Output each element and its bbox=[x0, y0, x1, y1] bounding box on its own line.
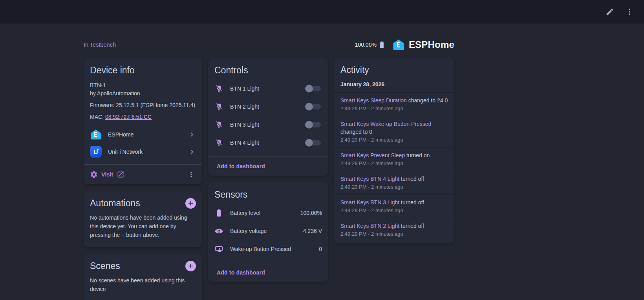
app-row-label: UniFi Network bbox=[108, 149, 182, 155]
sensor-row: Battery voltage 4.236 V bbox=[208, 222, 328, 240]
toggle-switch[interactable] bbox=[306, 140, 321, 145]
app-row-label: ESPHome bbox=[108, 131, 182, 138]
control-row: BTN 2 Light bbox=[208, 98, 328, 116]
esphome-logo-icon bbox=[392, 38, 405, 51]
app-row-unifi[interactable]: U UniFi Network bbox=[84, 143, 202, 160]
logbook-entry: Smart Keys BTN 2 Light turned off 2:49:2… bbox=[334, 218, 454, 241]
battery-icon bbox=[214, 209, 223, 218]
app-row-esphome[interactable]: ESPHome bbox=[84, 126, 202, 143]
sensors-title: Sensors bbox=[214, 189, 322, 200]
column-left: Device info BTN-1 by ApolloAutomation Fi… bbox=[84, 58, 202, 300]
controls-card: Controls BTN 1 Light BTN 2 Light bbox=[208, 58, 328, 176]
column-right: Activity January 28, 2026 Smart Keys Sle… bbox=[334, 58, 454, 244]
battery-status[interactable]: 100.00% bbox=[355, 41, 386, 49]
toggle-knob bbox=[305, 139, 313, 147]
battery-icon bbox=[378, 41, 386, 49]
add-to-dashboard-link[interactable]: Add to dashboard bbox=[217, 269, 265, 276]
logbook-entry: Smart Keys Prevent Sleep turned on 2:49:… bbox=[334, 147, 454, 171]
visit-device-link[interactable]: Visit bbox=[90, 171, 124, 178]
controls-title: Controls bbox=[214, 65, 322, 76]
automations-card: Automations No automations have been add… bbox=[84, 191, 202, 247]
entity-name[interactable]: BTN 2 Light bbox=[230, 104, 300, 110]
integration-name: ESPHome bbox=[409, 39, 454, 50]
logbook-entry: Smart Keys BTN 4 Light turned off 2:49:2… bbox=[334, 171, 454, 194]
device-manufacturer: by ApolloAutomation bbox=[90, 89, 196, 98]
logbook-time: 2:49:29 PM - 2 minutes ago bbox=[340, 231, 448, 237]
activity-card: Activity January 28, 2026 Smart Keys Sle… bbox=[334, 58, 454, 244]
scenes-title: Scenes bbox=[90, 260, 120, 271]
device-firmware: Firmware: 25.12.5.1 (ESPHome 2025.11.4) bbox=[90, 101, 196, 109]
toggle-knob bbox=[305, 103, 313, 111]
sensor-value: 100.00% bbox=[300, 210, 322, 216]
control-row: BTN 3 Light bbox=[208, 116, 328, 134]
entity-name[interactable]: BTN 4 Light bbox=[230, 140, 300, 146]
area-link[interactable]: In Testbench bbox=[84, 42, 116, 48]
more-vert-icon bbox=[187, 171, 195, 178]
logbook-entity-link[interactable]: Smart Keys BTN 3 Light bbox=[340, 199, 399, 205]
eye-icon bbox=[214, 227, 223, 236]
entity-name[interactable]: Wake-up Button Pressed bbox=[230, 246, 312, 252]
mac-address-link[interactable]: 08:92:72:F6:51:CC bbox=[105, 114, 152, 120]
automations-empty-text: No automations have been added using thi… bbox=[90, 213, 196, 239]
entity-name[interactable]: Battery voltage bbox=[230, 228, 296, 234]
header-right: 100.00% ESPHome bbox=[355, 38, 454, 51]
logbook-time: 2:49:29 PM - 2 minutes ago bbox=[340, 105, 448, 111]
lightbulb-off-icon bbox=[214, 120, 223, 129]
logbook-time: 2:49:29 PM - 2 minutes ago bbox=[340, 137, 448, 143]
entity-name[interactable]: BTN 3 Light bbox=[230, 122, 300, 128]
sensors-card: Sensors Battery level 100.00% Battery vo… bbox=[208, 182, 328, 282]
toggle-knob bbox=[305, 121, 313, 129]
logbook-entity-link[interactable]: Smart Keys BTN 2 Light bbox=[340, 223, 399, 229]
esphome-logo-icon bbox=[90, 129, 102, 140]
automations-title: Automations bbox=[90, 198, 140, 209]
chevron-right-icon bbox=[188, 148, 196, 156]
activity-title: Activity bbox=[340, 64, 448, 75]
edit-device-button[interactable] bbox=[601, 3, 619, 21]
logbook-entity-link[interactable]: Smart Keys Prevent Sleep bbox=[340, 152, 405, 158]
plus-icon bbox=[187, 262, 194, 270]
battery-percent: 100.00% bbox=[355, 42, 377, 48]
card-columns: Device info BTN-1 by ApolloAutomation Fi… bbox=[84, 58, 454, 300]
lightbulb-off-icon bbox=[214, 102, 223, 111]
control-row: BTN 1 Light bbox=[208, 80, 328, 98]
integration-brand: ESPHome bbox=[392, 38, 454, 51]
visit-label: Visit bbox=[101, 171, 113, 178]
overflow-menu-button[interactable] bbox=[620, 3, 639, 21]
logbook-time: 2:49:29 PM - 2 minutes ago bbox=[340, 184, 448, 190]
top-app-bar bbox=[0, 0, 644, 24]
scenes-empty-text: No scenes have been added using this dev… bbox=[90, 276, 196, 293]
entity-name[interactable]: Battery level bbox=[230, 210, 294, 216]
open-in-new-icon bbox=[117, 171, 124, 178]
logbook-action: turned off bbox=[399, 223, 424, 229]
toggle-knob bbox=[305, 85, 313, 93]
add-to-dashboard-link[interactable]: Add to dashboard bbox=[217, 163, 265, 169]
lightbulb-off-icon bbox=[214, 138, 223, 147]
chevron-right-icon bbox=[188, 131, 196, 138]
device-info-menu-button[interactable] bbox=[184, 167, 198, 182]
logbook-action: turned on bbox=[405, 152, 430, 158]
logbook-entry: Smart Keys BTN 3 Light turned off 2:49:2… bbox=[334, 194, 454, 218]
add-scene-button[interactable] bbox=[185, 261, 196, 271]
lightbulb-off-icon bbox=[214, 84, 223, 93]
pencil-icon bbox=[606, 7, 614, 16]
sensor-row: Battery level 100.00% bbox=[208, 204, 328, 222]
toggle-switch[interactable] bbox=[306, 104, 321, 109]
logbook-entity-link[interactable]: Smart Keys BTN 4 Light bbox=[340, 176, 399, 182]
control-row: BTN 4 Light bbox=[208, 134, 328, 152]
device-name: BTN-1 bbox=[90, 81, 196, 89]
toggle-switch[interactable] bbox=[306, 122, 321, 127]
logbook-entry: Smart Keys Wake-up Button Pressed change… bbox=[334, 116, 454, 147]
unifi-logo-icon: U bbox=[90, 146, 102, 158]
entity-name[interactable]: BTN 1 Light bbox=[230, 85, 300, 92]
add-automation-button[interactable] bbox=[185, 198, 196, 209]
logbook-entity-link[interactable]: Smart Keys Wake-up Button Pressed bbox=[340, 121, 431, 127]
logbook-entity-link[interactable]: Smart Keys Sleep Duration bbox=[340, 97, 407, 104]
more-vert-icon bbox=[625, 7, 634, 16]
logbook-action: turned off bbox=[399, 176, 424, 182]
sensor-value: 4.236 V bbox=[303, 228, 322, 234]
logbook-action: changed to 0 bbox=[340, 129, 372, 135]
toggle-switch[interactable] bbox=[306, 86, 321, 91]
sensor-row: Wake-up Button Pressed 0 bbox=[208, 240, 328, 258]
gear-icon bbox=[90, 171, 98, 178]
scenes-card: Scenes No scenes have been added using t… bbox=[84, 254, 202, 300]
